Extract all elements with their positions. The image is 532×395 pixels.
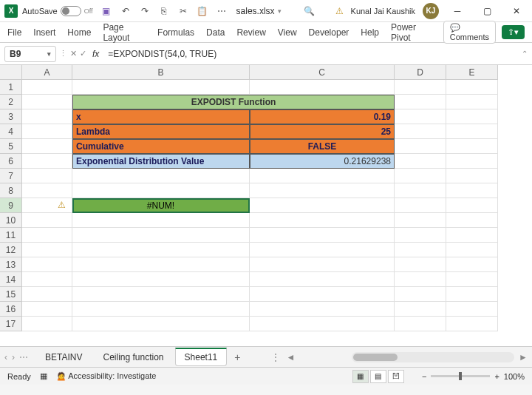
sheet-tab-betainv[interactable]: BETAINV (35, 348, 92, 366)
zoom-in-button[interactable]: + (494, 372, 499, 381)
row-header-4[interactable]: 4 (0, 124, 22, 139)
search-icon[interactable]: 🔍 (304, 5, 316, 17)
tab-help[interactable]: Help (361, 27, 379, 38)
col-header-d[interactable]: D (395, 65, 446, 80)
more-icon[interactable]: ⋯ (216, 5, 228, 17)
tab-home[interactable]: Home (67, 27, 91, 38)
normal-view-button[interactable]: ▦ (352, 370, 369, 383)
tab-review[interactable]: Review (236, 27, 265, 38)
ribbon: File Insert Home Page Layout Formulas Da… (0, 22, 532, 43)
row-header-14[interactable]: 14 (0, 272, 22, 287)
share-button[interactable]: ⇧▾ (502, 25, 525, 39)
row-header-12[interactable]: 12 (0, 243, 22, 257)
row-header-17[interactable]: 17 (0, 317, 22, 331)
filename[interactable]: sales.xlsx ▾ (236, 6, 282, 16)
tab-developer[interactable]: Developer (309, 27, 349, 38)
paste-icon[interactable]: 📋 (197, 5, 208, 17)
row-header-5[interactable]: 5 (0, 139, 22, 154)
name-box[interactable]: B9 (4, 46, 56, 62)
sheet-tab-ceiling[interactable]: Ceiling function (93, 348, 173, 366)
row-header-9[interactable]: 9 (0, 198, 22, 213)
label-cumulative[interactable]: Cumulative (72, 139, 250, 154)
toggle-switch[interactable] (61, 6, 81, 16)
label-lambda[interactable]: Lambda (72, 124, 250, 139)
row-header-7[interactable]: 7 (0, 169, 22, 183)
username: Kunal Jai Kaushik (351, 7, 415, 16)
value-x[interactable]: 0.19 (250, 109, 395, 124)
row-header-1[interactable]: 1 (0, 80, 22, 95)
label-result[interactable]: Exponential Distribution Value (72, 154, 250, 169)
cancel-icon[interactable]: ✕ (70, 49, 77, 58)
error-warning-icon[interactable]: ⚠ (58, 200, 66, 210)
fx-icon[interactable]: fx (92, 49, 99, 59)
warning-icon: ⚠ (335, 6, 344, 16)
value-cumulative[interactable]: FALSE (250, 139, 395, 154)
page-break-view-button[interactable]: 凹 (388, 370, 404, 383)
prev-sheet-icon[interactable]: ‹ (4, 352, 7, 362)
tab-insert[interactable]: Insert (33, 27, 55, 38)
status-mode: Ready (7, 372, 31, 381)
row-header-11[interactable]: 11 (0, 228, 22, 243)
redo-icon[interactable]: ↷ (139, 5, 151, 17)
tab-view[interactable]: View (278, 27, 297, 38)
row-header-15[interactable]: 15 (0, 287, 22, 302)
select-all-corner[interactable] (0, 65, 22, 80)
row-header-10[interactable]: 10 (0, 213, 22, 228)
horizontal-scrollbar[interactable] (352, 352, 514, 362)
comments-button[interactable]: 💬 Comments (443, 21, 496, 44)
col-header-e[interactable]: E (446, 65, 498, 80)
scroll-left-icon[interactable]: ◄ (286, 352, 295, 362)
row-header-8[interactable]: 8 (0, 183, 22, 198)
scroll-right-icon[interactable]: ► (519, 352, 528, 362)
autosave-toggle[interactable]: AutoSave Off (22, 6, 93, 16)
row-header-13[interactable]: 13 (0, 257, 22, 272)
formula-bar: B9 ⋮ ✕ ✓ fx =EXPONDIST(54,0, TRUE) ⌃ (0, 43, 532, 65)
error-cell[interactable]: #NUM! (72, 198, 250, 213)
zoom-out-button[interactable]: − (422, 372, 426, 381)
vdots-icon[interactable]: ⋮ (59, 49, 67, 58)
vdots-icon[interactable]: ⋮ (271, 352, 280, 362)
zoom-level[interactable]: 100% (504, 372, 525, 381)
maximize-button[interactable]: ▢ (476, 2, 498, 20)
expand-formula-icon[interactable]: ⌃ (522, 50, 528, 58)
col-header-a[interactable]: A (22, 65, 72, 80)
minimize-button[interactable]: ─ (446, 2, 468, 20)
header-cell[interactable]: EXPODIST Function (72, 95, 395, 109)
tab-page-layout[interactable]: Page Layout (103, 22, 146, 43)
label-x[interactable]: x (72, 109, 250, 124)
accessibility-status[interactable]: 🙍 Accessibility: Investigate (56, 371, 157, 381)
row-header-3[interactable]: 3 (0, 109, 22, 124)
row-header-6[interactable]: 6 (0, 154, 22, 169)
cut-icon[interactable]: ✂ (177, 5, 189, 17)
page-layout-view-button[interactable]: ▤ (370, 370, 386, 383)
tab-file[interactable]: File (7, 27, 21, 38)
add-sheet-button[interactable]: + (234, 351, 240, 363)
value-result[interactable]: 0.21629238 (250, 154, 395, 169)
next-sheet-icon[interactable]: › (12, 352, 15, 362)
avatar[interactable]: KJ (423, 3, 439, 19)
spreadsheet-grid[interactable]: A B C D E 1234567891011121314151617 EXPO… (0, 65, 532, 346)
save-icon[interactable]: ▣ (100, 5, 112, 17)
row-header-2[interactable]: 2 (0, 95, 22, 109)
autosave-state: Off (84, 7, 93, 15)
tab-formulas[interactable]: Formulas (157, 27, 194, 38)
zoom-slider[interactable] (431, 375, 490, 377)
row-header-16[interactable]: 16 (0, 302, 22, 317)
cells: EXPODIST Function x0.19 Lambda25 Cumulat… (22, 80, 498, 331)
formula-input[interactable]: =EXPONDIST(54,0, TRUE) (105, 49, 519, 59)
sheet-tab-sheet11[interactable]: Sheet11 (175, 348, 228, 366)
status-bar: Ready ▦ 🙍 Accessibility: Investigate ▦ ▤… (0, 367, 532, 385)
copy-icon[interactable]: ⎘ (158, 5, 170, 17)
undo-icon[interactable]: ↶ (120, 5, 132, 17)
value-lambda[interactable]: 25 (250, 124, 395, 139)
all-sheets-icon[interactable]: ⋯ (19, 352, 28, 362)
macro-icon[interactable]: ▦ (40, 371, 47, 381)
tab-power-pivot[interactable]: Power Pivot (391, 22, 432, 43)
column-headers: A B C D E (22, 65, 498, 80)
col-header-c[interactable]: C (250, 65, 395, 80)
col-header-b[interactable]: B (72, 65, 250, 80)
tab-data[interactable]: Data (206, 27, 225, 38)
enter-icon[interactable]: ✓ (80, 49, 86, 58)
title-bar: X AutoSave Off ▣ ↶ ↷ ⎘ ✂ 📋 ⋯ sales.xlsx … (0, 0, 532, 22)
close-button[interactable]: ✕ (505, 2, 528, 20)
